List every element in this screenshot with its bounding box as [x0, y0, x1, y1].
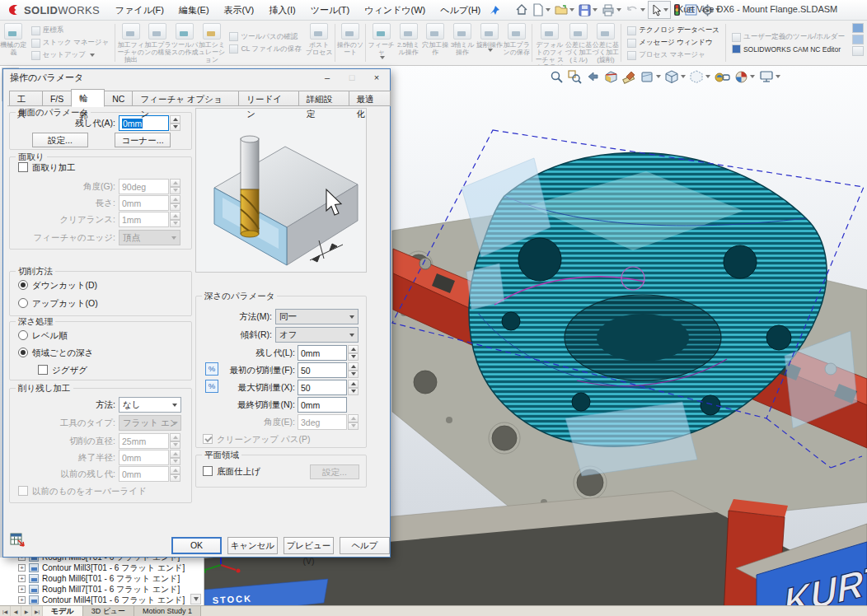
up-cut-radio[interactable] — [18, 298, 28, 308]
feature-button[interactable]: フィーチャ — [368, 21, 395, 65]
tab-advanced[interactable]: 詳細設定 — [298, 91, 349, 106]
tab-fs[interactable]: F/S — [42, 91, 72, 106]
tree-item-contour-mill3[interactable]: + Contour Mill3[T01 - 6 フラット エンド] — [0, 562, 204, 573]
ok-button[interactable]: OK — [171, 537, 222, 554]
apply-scene-icon[interactable] — [758, 68, 781, 85]
zoom-to-area-icon[interactable] — [567, 68, 583, 85]
expand-icon[interactable]: + — [18, 564, 26, 572]
turn-operation-button[interactable]: 旋削操作 — [476, 21, 503, 65]
save-cl-file-button[interactable]: CL ファイルの保存 — [229, 44, 301, 54]
post-process-button[interactable]: ポスト プロセス — [306, 21, 333, 65]
tree-item-contour-mill4[interactable]: + Contour Mill4[T01 - 6 フラット エンド] — [0, 595, 204, 605]
zoom-to-fit-icon[interactable] — [549, 68, 565, 85]
preview-button[interactable]: プレビュー(V) — [284, 537, 334, 554]
ramp-combo[interactable]: オフ — [275, 327, 359, 343]
technology-database-button[interactable]: テクノロジ データベース — [627, 26, 719, 35]
depth-allowance-input[interactable] — [298, 345, 347, 361]
message-window-button[interactable]: メッセージ ウィンドウ — [627, 38, 719, 48]
bottom-finish-checkbox[interactable] — [203, 466, 213, 476]
task-pane-icon[interactable] — [852, 35, 864, 44]
appearance-icon[interactable] — [640, 68, 662, 85]
first-sheet-button[interactable]: |◀ — [0, 606, 11, 616]
first-cut-percent-button[interactable]: % — [205, 362, 218, 376]
by-level-radio[interactable] — [18, 330, 28, 340]
first-cut-spinner[interactable] — [348, 362, 359, 378]
tree-item-rough-mill6[interactable]: + Rough Mill6[T01 - 6 フラット エンド] — [0, 573, 204, 584]
tree-item-rough-mill7[interactable]: + Rough Mill7[T01 - 6 フラット エンド] — [0, 584, 204, 595]
menu-insert[interactable]: 挿入(I) — [261, 0, 302, 21]
chamfer-machining-checkbox[interactable] — [18, 162, 28, 172]
tab-nc[interactable]: NC — [104, 91, 133, 106]
menu-view[interactable]: 表示(V) — [217, 0, 262, 21]
sort-operations-button[interactable]: 操作のソート — [337, 21, 364, 65]
tab-motion-study[interactable]: Motion Study 1 — [134, 606, 201, 616]
depth-by-region-radio[interactable] — [18, 348, 28, 357]
expand-icon[interactable]: + — [18, 558, 26, 561]
cascade-windows-icon[interactable] — [852, 23, 864, 33]
setup-button[interactable]: セットアップ — [31, 50, 109, 60]
side-settings-button[interactable]: 設定... — [32, 133, 88, 147]
mill-25axis-button[interactable]: 2.5軸ミル操作 — [395, 21, 422, 65]
zigzag-checkbox[interactable] — [38, 365, 48, 375]
open-document-button[interactable] — [553, 1, 576, 19]
view-orientation-icon[interactable] — [664, 68, 687, 85]
first-cut-input[interactable] — [298, 362, 347, 378]
undo-button[interactable] — [624, 1, 647, 19]
menu-file[interactable]: ファイル(F) — [108, 0, 171, 21]
last-sheet-button[interactable]: ▶| — [32, 606, 43, 616]
mill-3axis-button[interactable]: 3軸ミル操作 — [449, 21, 476, 65]
hole-machining-button[interactable]: 穴加工操作 — [422, 21, 449, 65]
measure-tools-icon[interactable] — [621, 68, 637, 85]
menu-edit[interactable]: 編集(E) — [171, 0, 217, 21]
down-cut-radio[interactable] — [18, 280, 28, 290]
save-button[interactable] — [577, 1, 599, 19]
print-button[interactable] — [600, 1, 623, 19]
new-document-button[interactable] — [531, 1, 552, 19]
tolerance-based-mill-button[interactable]: 公差に基づく加工(ミル) — [565, 21, 593, 65]
tab-3d-views[interactable]: 3D ビュー — [83, 606, 134, 616]
stock-manager-button[interactable]: ストック マネージャ — [31, 38, 109, 48]
tab-optimize[interactable]: 最適化 — [349, 91, 391, 106]
tab-feature-options[interactable]: フィーチャ オプション — [132, 91, 239, 106]
expand-icon[interactable]: + — [18, 596, 26, 604]
generate-operation-plan-button[interactable]: 加工プランの構築 — [144, 21, 171, 65]
pin-menu-icon[interactable] — [488, 1, 502, 19]
menu-help[interactable]: ヘルプ(H) — [433, 0, 488, 21]
expand-icon[interactable]: + — [18, 586, 26, 593]
hide-show-items-icon[interactable] — [714, 68, 731, 85]
help-button[interactable]: ヘルプ — [340, 537, 390, 554]
menu-window[interactable]: ウィンドウ(W) — [357, 0, 433, 21]
tab-tool[interactable]: 工具 — [9, 91, 43, 106]
tab-model[interactable]: モデル — [43, 606, 83, 616]
save-operation-plan-button[interactable]: 加工プランの保存 — [503, 21, 530, 65]
edit-appearance-icon[interactable] — [733, 68, 756, 85]
tolerance-based-turn-button[interactable]: 公差に基づく加工(旋削) — [593, 21, 620, 65]
tab-contour[interactable]: 輪郭 — [71, 89, 105, 107]
depth-method-combo[interactable]: 同一 — [275, 309, 359, 324]
previous-sheet-button[interactable]: ◀ — [11, 606, 21, 616]
extract-machinable-features-button[interactable]: 加工フィーチャの抽出 — [117, 21, 144, 65]
select-tool-button[interactable] — [648, 1, 671, 19]
define-machine-button[interactable]: 機械の定義 — [0, 21, 27, 65]
depth-allowance-spinner[interactable] — [348, 345, 359, 361]
tree-scroll-down-button[interactable] — [190, 594, 201, 604]
close-button[interactable]: × — [364, 70, 389, 86]
coordinate-system-button[interactable]: 座標系 — [31, 26, 109, 35]
display-style-icon[interactable] — [689, 68, 711, 85]
side-allowance-spinner[interactable] — [170, 115, 180, 131]
default-feature-strategy-button[interactable]: デフォルトのフィーチャ ストラテジ — [534, 21, 565, 65]
menu-tools[interactable]: ツール(T) — [303, 0, 358, 21]
minimize-button[interactable]: – — [315, 70, 340, 86]
rest-method-combo[interactable]: なし — [119, 397, 181, 413]
export-table-icon[interactable] — [10, 532, 25, 548]
cam-nc-editor-button[interactable]: SOLIDWORKS CAM NC Editor — [732, 44, 845, 54]
max-cut-percent-button[interactable]: % — [205, 380, 218, 393]
next-sheet-button[interactable]: ▶ — [21, 606, 32, 616]
generate-toolpath-button[interactable]: ツールパスの作成 — [171, 21, 199, 65]
process-manager-button[interactable]: プロセス マネージャ — [627, 50, 719, 60]
corner-button[interactable]: コーナー... — [115, 133, 171, 147]
step-through-toolpath-button[interactable]: ツールパスの確認 — [229, 32, 301, 42]
max-cut-input[interactable] — [298, 380, 347, 395]
cancel-button[interactable]: キャンセル — [227, 537, 278, 554]
max-cut-spinner[interactable] — [348, 380, 359, 395]
